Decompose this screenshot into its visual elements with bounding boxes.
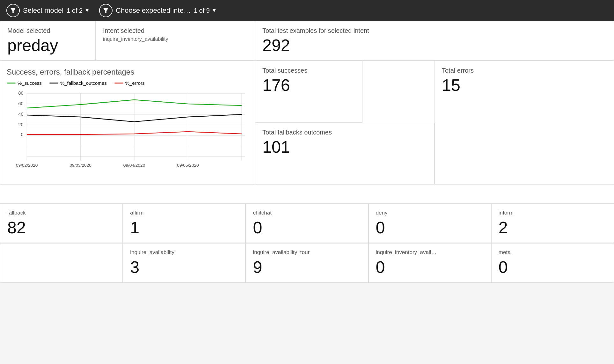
intent-filter-count: 1 of 9 ▼: [194, 7, 217, 14]
svg-text:80: 80: [18, 91, 23, 96]
card-meta-label: meta: [499, 249, 607, 256]
card-inq-avail-label: inquire_availability: [130, 249, 238, 256]
total-errors-value: 15: [442, 76, 607, 94]
card-inq-avail-tour-label: inquire_availability_tour: [253, 249, 361, 256]
card-inq-avail-tour-value: 9: [253, 258, 361, 276]
intent-chevron-icon: ▼: [212, 8, 217, 13]
legend-fallback: %_fallback_outcomes: [49, 80, 107, 86]
card-deny-label: deny: [376, 210, 484, 216]
card-inq-inv-label: inquire_inventory_avail…: [376, 249, 484, 256]
chart-row: Success, errors, fallback percentages %_…: [0, 61, 614, 185]
intent-selected-label: Intent selected: [103, 27, 248, 34]
model-filter-label: Select model: [23, 6, 63, 15]
card-inquire-availability-tour: inquire_availability_tour 9: [245, 243, 368, 282]
model-selected-label: Model selected: [7, 27, 88, 34]
empty-cell-row2: [0, 243, 123, 282]
model-selected-cell: Model selected preday: [0, 21, 96, 61]
legend-success: %_success: [7, 80, 42, 86]
legend-errors: %_errors: [114, 80, 145, 86]
stats-row1: Model selected preday Intent selected in…: [0, 21, 614, 61]
card-inq-inv-value: 0: [376, 258, 484, 276]
right-stats-column: Total successes 176 Total fallbacks outc…: [255, 61, 435, 184]
cards-row1: fallback 82 affirm 1 chitchat 0 deny 0 i…: [0, 204, 614, 243]
model-filter-icon: [6, 4, 20, 17]
total-examples-label: Total test examples for selected intent: [262, 27, 607, 34]
card-inq-avail-value: 3: [130, 258, 238, 276]
total-successes-label: Total successes: [262, 67, 355, 74]
card-deny-value: 0: [376, 219, 484, 237]
errors-legend-line: [114, 83, 123, 84]
card-fallback-value: 82: [7, 219, 115, 237]
card-inquire-availability: inquire_availability 3: [123, 243, 245, 282]
svg-text:09/04/2020: 09/04/2020: [123, 163, 145, 168]
cards-row2: inquire_availability 3 inquire_availabil…: [0, 243, 614, 282]
svg-text:09/03/2020: 09/03/2020: [69, 163, 91, 168]
total-examples-value: 292: [262, 36, 607, 55]
card-fallback-label: fallback: [7, 210, 115, 216]
intent-selected-value: inquire_inventory_availability: [103, 36, 248, 42]
card-inform-value: 2: [499, 219, 607, 237]
total-successes-cell: Total successes 176: [255, 61, 362, 123]
card-inform: inform 2: [491, 204, 614, 243]
total-examples-cell: Total test examples for selected intent …: [255, 21, 614, 61]
errors-legend-label: %_errors: [125, 80, 145, 86]
card-affirm-value: 1: [130, 219, 238, 237]
total-errors-cell: Total errors 15: [435, 61, 614, 184]
model-filter-count: 1 of 2 ▼: [67, 7, 90, 14]
model-chevron-icon: ▼: [84, 8, 90, 13]
card-fallback: fallback 82: [0, 204, 123, 243]
card-affirm-label: affirm: [130, 210, 238, 216]
success-legend-label: %_success: [18, 80, 42, 86]
card-meta: meta 0: [491, 243, 614, 282]
intent-filter-icon: [99, 4, 113, 17]
total-fallbacks-label: Total fallbacks outcomes: [262, 129, 427, 136]
card-meta-value: 0: [499, 258, 607, 276]
card-chitchat-label: chitchat: [253, 210, 361, 216]
chart-legend: %_success %_fallback_outcomes %_errors: [7, 80, 248, 86]
svg-text:0: 0: [21, 132, 23, 137]
card-inquire-inventory: inquire_inventory_avail… 0: [369, 243, 491, 282]
total-errors-label: Total errors: [442, 67, 607, 74]
card-deny: deny 0: [369, 204, 491, 243]
main-content: Model selected preday Intent selected in…: [0, 21, 614, 283]
svg-text:09/02/2020: 09/02/2020: [16, 163, 38, 168]
top-bar: Select model 1 of 2 ▼ Choose expected in…: [0, 0, 614, 21]
line-chart: 80 60 40 20 0 09/02/2020 09/03/2020 09/0…: [7, 90, 248, 176]
chart-container: Success, errors, fallback percentages %_…: [0, 61, 255, 184]
fallback-legend-line: [49, 83, 58, 84]
chart-title: Success, errors, fallback percentages: [7, 68, 248, 76]
total-fallbacks-value: 101: [262, 138, 427, 156]
intent-filter-label: Choose expected inte…: [116, 6, 191, 15]
card-chitchat-value: 0: [253, 219, 361, 237]
fallback-legend-label: %_fallback_outcomes: [60, 80, 107, 86]
svg-text:09/05/2020: 09/05/2020: [177, 163, 199, 168]
success-legend-line: [7, 83, 16, 84]
model-selected-value: preday: [7, 36, 88, 55]
model-filter-button[interactable]: Select model 1 of 2 ▼: [6, 4, 90, 17]
intent-filter-button[interactable]: Choose expected inte… 1 of 9 ▼: [99, 4, 217, 17]
card-chitchat: chitchat 0: [245, 204, 368, 243]
card-inform-label: inform: [499, 210, 607, 216]
svg-text:20: 20: [18, 122, 23, 127]
intent-selected-cell: Intent selected inquire_inventory_availa…: [96, 21, 255, 61]
total-fallbacks-cell: Total fallbacks outcomes 101: [255, 123, 435, 185]
svg-text:60: 60: [18, 101, 23, 106]
total-successes-value: 176: [262, 76, 355, 94]
svg-text:40: 40: [18, 112, 23, 117]
spacer-row: [0, 185, 614, 204]
card-affirm: affirm 1: [123, 204, 245, 243]
